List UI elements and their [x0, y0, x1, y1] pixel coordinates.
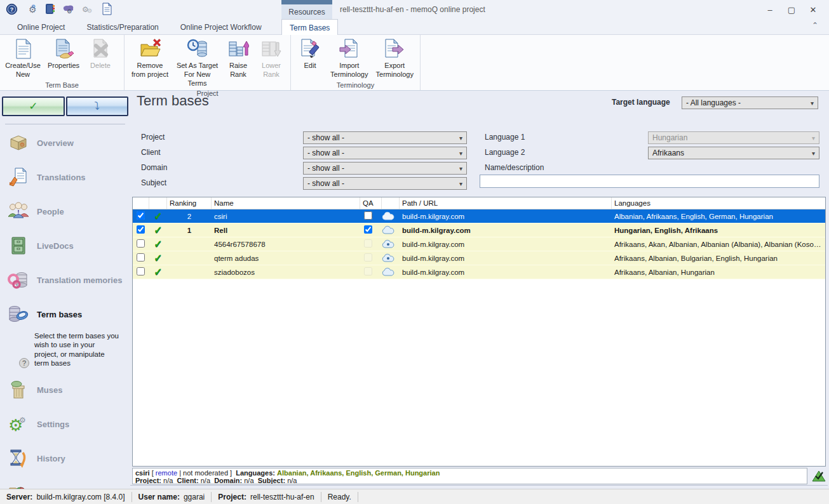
help-question-icon: ? — [19, 358, 29, 368]
use-checkbox[interactable] — [137, 253, 145, 262]
table-row[interactable]: ✓ qterm adudas build-m.kilgray.com Afrik… — [133, 251, 825, 265]
contextual-tab-group: Resources — [281, 0, 332, 19]
sidebar-item-settings[interactable]: ⚙⚙ Settings — [0, 408, 130, 442]
col-ranking[interactable]: Ranking — [167, 197, 212, 209]
project-filter-select[interactable]: - show all -▾ — [303, 131, 467, 144]
status-bar: Server: build-m.kilgray.com [8.4.0] User… — [0, 489, 829, 504]
info-languages: Albanian, Afrikaans, English, German, Hu… — [277, 469, 440, 477]
revert-selection-button[interactable]: ⤵ — [66, 96, 129, 116]
col-cloud[interactable] — [382, 197, 400, 209]
create-use-new-button[interactable]: Create/Use New — [3, 36, 43, 79]
close-button[interactable]: ✕ — [802, 0, 824, 19]
sidebar-item-overview[interactable]: ⚙ Overview — [0, 126, 130, 160]
sidebar-item-translation-memories[interactable]: Translation memories — [0, 263, 130, 297]
info-location: remote — [156, 469, 177, 477]
sidebar-item-livedocs[interactable]: LiveDocs — [0, 229, 130, 263]
table-row[interactable]: ✓ 2 csiri build-m.kilgray.com Albanian, … — [133, 209, 825, 223]
use-checkbox[interactable] — [137, 225, 145, 234]
ranking-cell: 1 — [167, 227, 212, 234]
status-project: Project: rell-teszttt-hu-af-en — [212, 493, 320, 501]
chevron-down-icon: ▾ — [459, 135, 462, 142]
col-in-use[interactable] — [149, 197, 167, 209]
status-user: User name: ggarai — [132, 493, 212, 501]
tab-online-project[interactable]: Online Project — [10, 19, 72, 35]
use-checkbox[interactable] — [137, 211, 145, 220]
subject-filter-select[interactable]: - show all -▾ — [303, 177, 467, 190]
languages-cell: Afrikaans, Albanian, Hungarian — [612, 269, 825, 276]
status-project-value: rell-teszttt-hu-af-en — [250, 493, 314, 501]
language1-label: Language 1 — [485, 133, 525, 142]
maximize-button[interactable]: ▢ — [781, 0, 802, 19]
sidebar-item-term-bases[interactable]: Term bases — [0, 297, 130, 331]
use-checkbox[interactable] — [137, 239, 145, 248]
remove-from-project-button[interactable]: Remove from project — [127, 36, 173, 79]
term-bases-icon — [6, 303, 30, 325]
term-bases-table: Ranking Name QA Path / URL Languages ✓ 2… — [132, 197, 826, 467]
raise-rank-icon — [227, 38, 249, 60]
name-cell: csiri — [212, 213, 360, 220]
col-name[interactable]: Name — [212, 197, 360, 209]
apply-selection-button[interactable]: ✓ — [2, 96, 65, 116]
col-use[interactable] — [133, 197, 149, 209]
quick-access-toolbar: ? ⚙⚙ ⚙ ⚙⚙ — [5, 3, 113, 15]
domain-filter-select[interactable]: - show all -▾ — [303, 162, 467, 175]
settings-gears-icon[interactable]: ⚙⚙ — [24, 3, 37, 15]
document-icon[interactable] — [100, 3, 113, 15]
sidebar-item-people[interactable]: People — [0, 194, 130, 229]
sidebar-divider — [5, 124, 125, 124]
import-terminology-button[interactable]: Import Terminology — [327, 36, 372, 79]
contextual-tab-label: Resources — [281, 4, 332, 19]
ribbon-group-terminology: Edit Import Terminology Export Terminolo… — [291, 35, 421, 90]
name-description-input[interactable] — [480, 175, 819, 188]
tab-online-project-workflow[interactable]: Online Project Workflow — [173, 19, 269, 35]
path-cell: build-m.kilgray.com — [400, 241, 612, 248]
page-title: Term bases — [137, 93, 209, 109]
sidebar-item-muses[interactable]: Muses — [0, 373, 130, 408]
qa-checkbox — [364, 253, 372, 262]
use-checkbox[interactable] — [137, 267, 145, 275]
export-terminology-button[interactable]: Export Terminology — [372, 36, 418, 79]
col-path[interactable]: Path / URL — [400, 197, 612, 209]
minimize-button[interactable]: – — [759, 0, 781, 19]
raise-rank-button[interactable]: Raise Rank — [222, 36, 255, 79]
languages-cell: Albanian, Afrikaans, English, German, Hu… — [612, 213, 825, 220]
target-language-select[interactable]: - All languages - ▾ — [682, 96, 818, 109]
cloud-icon — [382, 225, 400, 235]
title-bar: ? ⚙⚙ ⚙ ⚙⚙ Resources rell-teszttt-hu-af-e… — [0, 0, 829, 19]
clock-database-icon — [187, 38, 208, 60]
col-qa[interactable]: QA — [360, 197, 382, 209]
table-row[interactable]: ✓ 1 Rell build-m.kilgray.com Hungarian, … — [133, 223, 825, 237]
language1-select: Hungarian▾ — [648, 131, 819, 144]
sidebar-item-translations[interactable]: Translations — [0, 160, 130, 194]
qa-checkbox[interactable] — [364, 211, 372, 220]
tab-term-bases[interactable]: Term Bases — [281, 19, 338, 36]
contextual-tab-accent — [281, 0, 332, 4]
path-cell: build-m.kilgray.com — [400, 213, 612, 220]
client-filter-label: Client — [141, 148, 161, 157]
qa-checkbox[interactable] — [364, 225, 372, 234]
delete-button: Delete — [84, 36, 117, 70]
edit-button[interactable]: Edit — [293, 36, 327, 70]
name-cell: Rell — [212, 227, 360, 234]
status-server: Server: build-m.kilgray.com [8.4.0] — [0, 493, 131, 501]
target-language-value: - All languages - — [686, 98, 741, 107]
address-book-icon[interactable] — [43, 3, 56, 15]
project-filter-label: Project — [141, 133, 165, 142]
properties-button[interactable]: Properties — [43, 36, 84, 70]
table-row[interactable]: ✓ sziadobozos build-m.kilgray.com Afrika… — [133, 265, 825, 279]
properties-document-icon — [53, 38, 74, 60]
language2-select[interactable]: Afrikaans▾ — [648, 147, 819, 159]
server-cloud-icon[interactable]: ⚙ — [62, 3, 75, 15]
collapse-ribbon-icon[interactable]: ⌃ — [809, 21, 821, 32]
tab-statistics-preparation[interactable]: Statistics/Preparation — [79, 19, 166, 35]
table-row[interactable]: ✓ 4564r67578678 build-m.kilgray.com Afri… — [133, 237, 825, 251]
col-languages[interactable]: Languages — [612, 197, 825, 209]
sidebar-item-reports[interactable]: Reports — [0, 476, 130, 489]
svg-text:⚙: ⚙ — [19, 416, 26, 425]
help-icon[interactable]: ? — [5, 3, 18, 15]
export-terminology-icon — [384, 38, 405, 60]
set-as-target-button[interactable]: Set As Target For New Terms — [173, 36, 222, 88]
cloud-icon — [382, 211, 400, 222]
client-filter-select[interactable]: - show all -▾ — [303, 147, 467, 159]
sidebar-item-history[interactable]: History — [0, 442, 130, 476]
